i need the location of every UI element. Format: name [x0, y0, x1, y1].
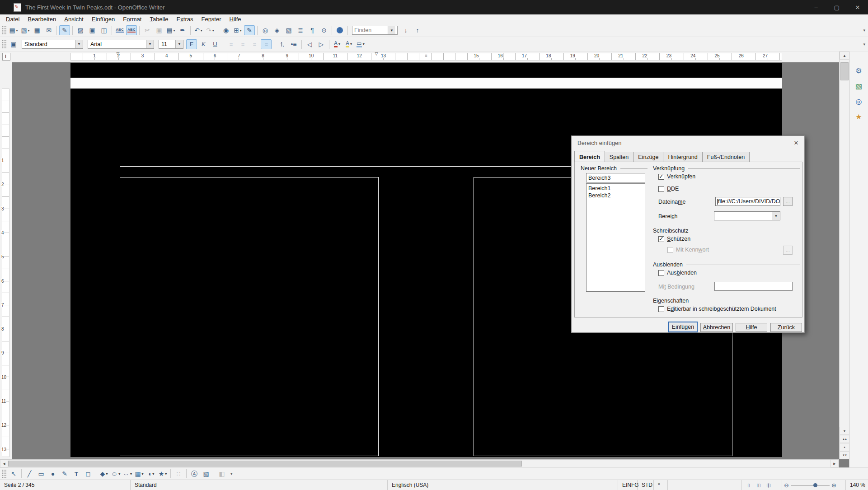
- paste-icon[interactable]: ▤▾: [165, 25, 176, 35]
- list-item[interactable]: Bereich1: [586, 185, 645, 192]
- horizontal-scrollbar[interactable]: ◀ ▶: [0, 459, 839, 467]
- section-column-marker[interactable]: ≡: [425, 53, 427, 58]
- menu-format[interactable]: Format: [119, 15, 145, 23]
- text-callout-icon[interactable]: ◻: [83, 469, 94, 479]
- indent-marker[interactable]: ▽: [375, 51, 378, 56]
- toolbar-overflow-icon[interactable]: ▾: [863, 28, 865, 33]
- stars-icon[interactable]: ★▾: [157, 469, 168, 479]
- restore-button[interactable]: ▢: [826, 0, 847, 14]
- cut-icon[interactable]: ✂: [142, 25, 153, 35]
- previous-page-icon[interactable]: ▲▲: [840, 435, 849, 443]
- chevron-down-icon[interactable]: ▼: [175, 40, 183, 48]
- checkbox-unchecked-icon[interactable]: [658, 306, 664, 312]
- protect-checkbox[interactable]: Schützen: [658, 236, 690, 242]
- chevron-down-icon[interactable]: ▾: [152, 472, 154, 476]
- font-name-combo[interactable]: Arial ▼: [88, 40, 154, 49]
- italic-button[interactable]: K: [198, 39, 209, 49]
- chevron-down-icon[interactable]: ▼: [772, 212, 780, 220]
- toolbar-grip[interactable]: [2, 39, 6, 49]
- navigator-panel-icon[interactable]: ◎: [854, 96, 864, 107]
- line-icon[interactable]: ╱: [24, 469, 35, 479]
- undo-icon[interactable]: ↶▾: [193, 25, 204, 35]
- styles-window-icon[interactable]: ▣: [8, 39, 19, 49]
- copy-icon[interactable]: ▣: [154, 25, 164, 35]
- indent-marker[interactable]: ▽: [117, 51, 120, 56]
- chevron-down-icon[interactable]: ▾: [165, 472, 167, 476]
- data-sources-icon[interactable]: ≣: [295, 25, 306, 35]
- edit-file-icon[interactable]: ✎: [59, 25, 70, 35]
- callouts-icon[interactable]: ◖▾: [145, 469, 156, 479]
- tab-hintergrund[interactable]: Hintergrund: [663, 152, 702, 163]
- spellcheck-icon[interactable]: ABC: [114, 25, 125, 35]
- hyperlink-icon[interactable]: ◉: [221, 25, 231, 35]
- text-box-icon[interactable]: T: [71, 469, 82, 479]
- new-document-icon[interactable]: ▤▾: [8, 25, 19, 35]
- browse-button[interactable]: ...: [783, 197, 793, 206]
- find-input[interactable]: [352, 26, 388, 34]
- gallery-panel-icon[interactable]: ▧: [854, 80, 864, 91]
- scroll-left-icon[interactable]: ◀: [0, 460, 8, 467]
- gallery-icon[interactable]: ▧: [283, 25, 294, 35]
- zoom-slider-thumb[interactable]: [813, 483, 817, 487]
- find-dropdown-icon[interactable]: ▼: [388, 26, 395, 34]
- checkbox-checked-icon[interactable]: [658, 236, 664, 242]
- paragraph-style-combo[interactable]: Standard ▼: [22, 40, 83, 49]
- toolbar-grip[interactable]: [2, 470, 6, 478]
- align-right-icon[interactable]: ≡: [249, 39, 260, 49]
- view-book-mode-icon[interactable]: ▯|▯: [763, 481, 773, 489]
- view-facing-pages-icon[interactable]: ▯▯: [753, 481, 763, 489]
- find-combo[interactable]: ▼: [352, 26, 398, 35]
- nonprinting-chars-icon[interactable]: ¶: [307, 25, 318, 35]
- scroll-down-icon[interactable]: ▼: [840, 427, 849, 435]
- checkbox-unchecked-icon[interactable]: [658, 270, 664, 276]
- next-page-icon[interactable]: ▼▼: [840, 451, 849, 459]
- chevron-down-icon[interactable]: ▼: [75, 40, 83, 48]
- chevron-down-icon[interactable]: ▾: [118, 472, 120, 476]
- navigator-icon[interactable]: ◈: [272, 25, 282, 35]
- dialog-close-icon[interactable]: ✕: [792, 139, 801, 147]
- bold-button[interactable]: F: [186, 39, 197, 49]
- list-item[interactable]: Bereich2: [586, 192, 645, 199]
- background-color-icon[interactable]: ▭▾: [355, 39, 366, 49]
- toolbar-overflow-icon[interactable]: ▾: [863, 42, 865, 47]
- language-status[interactable]: Englisch (USA): [388, 480, 618, 490]
- condition-field[interactable]: [714, 282, 793, 291]
- table-icon[interactable]: ⊞▾: [232, 25, 243, 35]
- redo-icon[interactable]: ↷▾: [205, 25, 216, 35]
- selection-mode-status[interactable]: STD: [638, 480, 654, 490]
- chevron-down-icon[interactable]: ▾: [201, 28, 202, 33]
- ellipse-icon[interactable]: ●: [47, 469, 58, 479]
- section-dropdown[interactable]: ▼: [714, 211, 780, 220]
- menu-tabelle[interactable]: Tabelle: [145, 15, 172, 23]
- chevron-down-icon[interactable]: ▾: [240, 28, 242, 33]
- highlight-color-icon[interactable]: A▾: [343, 39, 354, 49]
- toolbar-grip[interactable]: [2, 26, 6, 35]
- numbered-list-icon[interactable]: ⒈: [277, 39, 287, 49]
- chevron-down-icon[interactable]: ▾: [106, 472, 108, 476]
- cancel-button[interactable]: Abbrechen: [700, 323, 733, 332]
- help-button[interactable]: Hilfe: [736, 323, 767, 332]
- help-icon[interactable]: ?: [334, 25, 345, 35]
- section-name-input[interactable]: Bereich3: [586, 173, 645, 182]
- tab-einzge[interactable]: Einzüge: [633, 152, 663, 163]
- tab-bereich[interactable]: Bereich: [574, 151, 605, 162]
- email-icon[interactable]: ✉: [43, 25, 54, 35]
- horizontal-scroll-thumb[interactable]: [8, 461, 522, 467]
- tab-stop-selector[interactable]: L: [2, 53, 10, 61]
- navigation-dot-icon[interactable]: ●: [840, 443, 849, 451]
- scroll-up-icon[interactable]: ▲: [840, 51, 849, 60]
- zoom-in-icon[interactable]: ⊕: [831, 482, 836, 489]
- editable-checkbox[interactable]: Editierbar in schreibgeschütztem Dokumen…: [658, 306, 776, 312]
- chevron-down-icon[interactable]: ▾: [16, 28, 18, 33]
- block-arrows-icon[interactable]: ⇔▾: [122, 469, 133, 479]
- chevron-down-icon[interactable]: ▾: [142, 472, 144, 476]
- align-center-icon[interactable]: ≡: [237, 39, 248, 49]
- menu-hilfe[interactable]: Hilfe: [225, 15, 245, 23]
- chevron-down-icon[interactable]: ▾: [28, 28, 30, 33]
- hide-checkbox[interactable]: Ausblenden: [658, 270, 697, 276]
- toolbar-overflow-icon[interactable]: ▾: [230, 471, 233, 476]
- format-paintbrush-icon[interactable]: ✒: [177, 25, 188, 35]
- page-style-status[interactable]: Standard: [131, 480, 388, 490]
- menu-extras[interactable]: Extras: [173, 15, 197, 23]
- link-checkbox[interactable]: Verknüpfen: [658, 173, 695, 180]
